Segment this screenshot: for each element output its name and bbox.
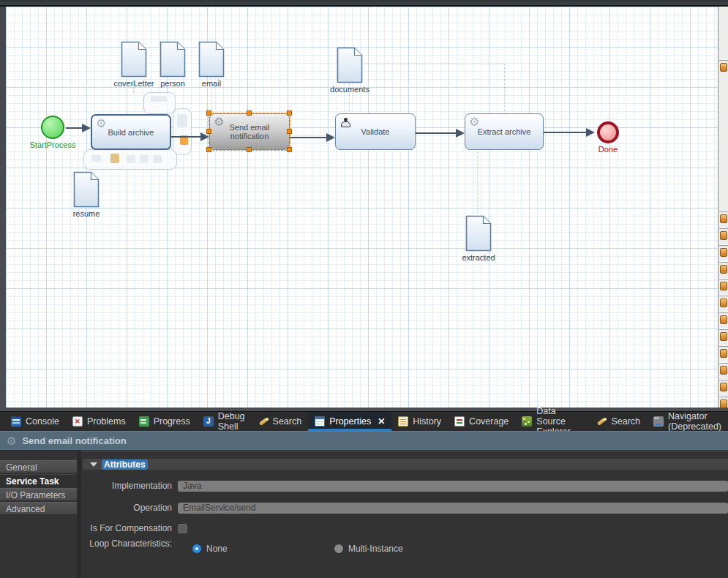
tab-label: Search — [611, 416, 640, 427]
tab-label: Problems — [87, 416, 126, 427]
palette-tool-icon[interactable] — [720, 383, 727, 391]
data-object-documents[interactable] — [337, 47, 363, 83]
data-source-explorer-icon — [522, 416, 532, 427]
tab-label: Console — [26, 416, 59, 427]
sequence-flow[interactable] — [544, 132, 588, 133]
sidebar-item-i-o-parameters[interactable]: I/O Parameters — [0, 488, 77, 501]
end-event-done[interactable] — [597, 121, 619, 143]
tab-label: Debug Shell — [218, 411, 245, 432]
data-object-resume[interactable] — [73, 171, 100, 208]
sequence-flow[interactable] — [416, 132, 457, 134]
sequence-flow-arrowhead-icon — [82, 124, 91, 132]
event-label: StartProcess — [20, 140, 86, 149]
sidebar-item-advanced[interactable]: Advanced — [0, 502, 77, 515]
sequence-flow[interactable] — [171, 136, 202, 138]
palette-strip[interactable] — [718, 7, 728, 408]
hover-palette-ghost-icon — [153, 155, 162, 163]
task-send-email-notification[interactable]: ⚙Send email notification — [209, 113, 290, 150]
palette-tool-icon[interactable] — [720, 399, 727, 408]
tab-history[interactable]: History — [391, 412, 448, 431]
data-association — [364, 64, 504, 64]
palette-tool-icon[interactable] — [720, 265, 727, 274]
tab-search[interactable]: Search — [590, 412, 647, 431]
task-label: Build archive — [92, 128, 170, 137]
attributes-section-header[interactable]: Attributes — [83, 459, 728, 470]
data-object-coverletter[interactable] — [121, 41, 147, 78]
implementation-row: Implementation Java — [81, 480, 728, 492]
selection-handle[interactable] — [247, 147, 252, 152]
progress-icon — [139, 416, 149, 427]
palette-tool-icon[interactable] — [720, 299, 727, 307]
tab-problems[interactable]: Problems — [66, 412, 132, 431]
operation-field[interactable]: EmailService/send — [178, 503, 728, 514]
tab-navigator-deprecated[interactable]: Navigator (Deprecated) — [647, 412, 728, 431]
task-label: Extract archive — [465, 127, 543, 136]
task-validate[interactable]: Validate — [335, 113, 416, 150]
diagram-editor-frame: ⚙Build archive⚙Send email notificationVa… — [0, 0, 728, 411]
data-association — [477, 152, 478, 214]
sequence-flow[interactable] — [66, 127, 83, 129]
sequence-flow-arrowhead-icon — [586, 128, 595, 137]
sequence-flow[interactable] — [290, 137, 328, 138]
palette-tool-icon[interactable] — [720, 248, 727, 257]
tab-progress[interactable]: Progress — [132, 412, 197, 431]
tab-console[interactable]: Console — [4, 412, 66, 431]
data-object-person[interactable] — [160, 41, 186, 78]
sidebar-item-general[interactable]: General — [0, 460, 77, 473]
palette-tool-icon[interactable] — [720, 282, 727, 290]
palette-tool-icon[interactable] — [720, 366, 727, 375]
properties-form: Attributes Implementation Java Operation… — [81, 451, 728, 578]
loop-option-none[interactable]: None — [192, 544, 228, 554]
tab-label: Progress — [154, 416, 190, 427]
selection-handle[interactable] — [206, 129, 211, 134]
tab-properties[interactable]: Properties✕ — [308, 412, 391, 431]
close-icon[interactable]: ✕ — [378, 416, 385, 427]
hover-palette-ghost-icon — [127, 155, 135, 163]
tab-debug-shell[interactable]: Debug Shell — [197, 412, 252, 431]
palette-tool-icon[interactable] — [720, 63, 727, 72]
attributes-section-label: Attributes — [102, 459, 148, 470]
palette-tool-icon[interactable] — [720, 315, 727, 324]
selection-handle[interactable] — [287, 129, 292, 134]
tab-search[interactable]: Search — [252, 412, 309, 431]
operation-label: Operation — [81, 503, 172, 513]
tab-coverage[interactable]: Coverage — [448, 412, 515, 431]
view-tab-bar: ConsoleProblemsProgressDebug ShellSearch… — [0, 411, 728, 431]
bpmn-editor-window: ⚙Build archive⚙Send email notificationVa… — [0, 0, 728, 578]
diagram-canvas[interactable]: ⚙Build archive⚙Send email notificationVa… — [6, 7, 718, 408]
selection-handle[interactable] — [287, 110, 292, 116]
properties-icon — [315, 416, 325, 427]
palette-tool-icon[interactable] — [720, 231, 727, 240]
hover-palette-ghost-icon — [151, 96, 167, 102]
selection-handle[interactable] — [206, 110, 211, 116]
radio-multi-instance[interactable] — [334, 544, 343, 553]
data-object-email[interactable] — [198, 41, 225, 78]
palette-tool-icon[interactable] — [720, 332, 727, 341]
palette-tool-icon[interactable] — [720, 214, 727, 223]
service-task-gear-icon: ⚙ — [7, 435, 16, 448]
hover-palette-ghost-icon — [140, 155, 149, 163]
console-icon — [11, 416, 21, 427]
compensation-checkbox[interactable] — [178, 524, 187, 533]
sidebar-item-service-task[interactable]: Service Task — [0, 474, 77, 487]
selection-handle[interactable] — [206, 147, 211, 152]
selection-handle[interactable] — [247, 110, 252, 116]
implementation-field[interactable]: Java — [178, 481, 728, 492]
data-object-label: resume — [50, 209, 123, 218]
user-icon-body — [341, 121, 350, 127]
document-shape-icon — [198, 41, 225, 78]
start-event-startprocess[interactable] — [41, 116, 64, 139]
document-shape-icon — [160, 41, 186, 78]
loop-option-multi-instance[interactable]: Multi-Instance — [334, 544, 403, 554]
palette-tool-icon[interactable] — [720, 349, 727, 358]
task-build-archive[interactable]: ⚙Build archive — [91, 114, 171, 150]
data-object-label: email — [175, 79, 248, 88]
task-extract-archive[interactable]: ⚙Extract archive — [465, 113, 544, 150]
tab-data-source-explorer[interactable]: Data Source Explorer — [515, 412, 590, 431]
radio-none[interactable] — [192, 544, 201, 553]
data-object-extracted[interactable] — [465, 215, 492, 252]
selection-handle[interactable] — [287, 147, 292, 152]
hover-palette-ghost-icon — [177, 114, 187, 127]
operation-row: Operation EmailService/send — [81, 502, 728, 514]
loop-characteristics-label: Loop Characteristics: — [81, 538, 172, 549]
